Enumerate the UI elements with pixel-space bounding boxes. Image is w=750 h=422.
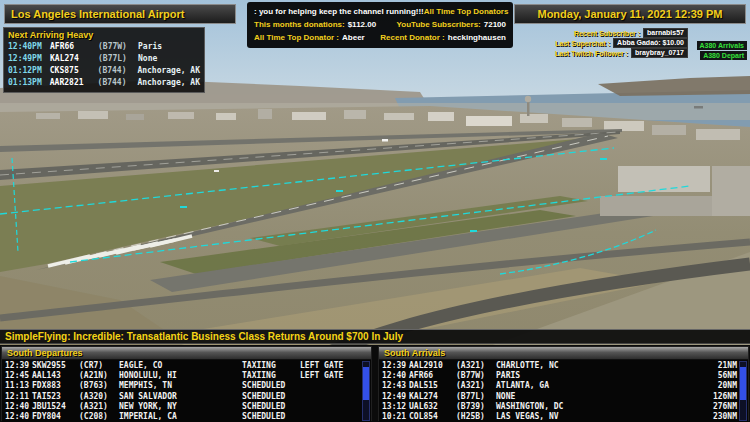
top-donators-heading: All Time Top Donators bbox=[424, 5, 509, 18]
callsign-cell: JBU1524 bbox=[32, 402, 79, 412]
a380-arrivals-badge: A380 Arrivals bbox=[697, 41, 748, 50]
recent-subscriber-value: barnabis57 bbox=[643, 28, 688, 38]
callsign-cell: KAL274 bbox=[50, 53, 98, 65]
callsign-cell: AAL143 bbox=[32, 371, 79, 381]
table-row: 10:21COL854(H25B)LAS VEGAS, NV230NM bbox=[382, 412, 737, 422]
city-cell: NONE bbox=[496, 392, 693, 402]
status-cell: SCHEDULED bbox=[242, 402, 300, 412]
departures-scrollbar-thumb[interactable] bbox=[363, 367, 369, 401]
callsign-cell: AAR2821 bbox=[50, 77, 98, 89]
callsign-cell: SKW2955 bbox=[32, 361, 79, 371]
month-donations-label: This months donations: bbox=[254, 18, 345, 31]
airport-title-box: Los Angeles International Airport bbox=[4, 4, 236, 24]
last-superchat-value: Abba Gadaó: $10.00 bbox=[613, 38, 688, 48]
type-cell: (C208) bbox=[79, 412, 119, 422]
next-heavy-title: Next Arriving Heavy bbox=[8, 30, 200, 40]
city-cell: LAS VEGAS, NV bbox=[496, 412, 693, 422]
table-row: 11:13FDX883(B763)MEMPHIS, TNSCHEDULED bbox=[5, 381, 360, 391]
type-cell: (B77W) bbox=[98, 41, 138, 53]
type-cell: (B77W) bbox=[456, 371, 496, 381]
departures-header: South Departures bbox=[2, 347, 371, 360]
gate-cell: LEFT GATE bbox=[300, 371, 360, 381]
time-cell: 12:49PM bbox=[8, 53, 50, 65]
table-row: 12:40PMAFR66(B77W)Paris bbox=[8, 41, 200, 53]
ticker-text: SimpleFlying: Incredible: Transatlantic … bbox=[5, 331, 403, 342]
top-donator-label: All Time Top Donator : bbox=[254, 31, 339, 44]
type-cell: (A321) bbox=[79, 402, 119, 412]
status-cell: SCHEDULED bbox=[242, 381, 300, 391]
datetime-box: Monday, January 11, 2021 12:39 PM bbox=[514, 4, 746, 24]
type-cell: (B739) bbox=[456, 402, 496, 412]
departures-title: South Departures bbox=[7, 348, 83, 358]
type-cell: (CR7) bbox=[79, 361, 119, 371]
time-cell: 13:12 bbox=[382, 402, 409, 412]
callsign-cell: CKS875 bbox=[50, 65, 98, 77]
gate-cell bbox=[300, 412, 360, 422]
table-row: 12:49KAL274(B77L)NONE126NM bbox=[382, 392, 737, 402]
last-superchat-label: Last Superchat : bbox=[555, 40, 610, 47]
callsign-cell: COL854 bbox=[409, 412, 456, 422]
callsign-cell: AFR66 bbox=[409, 371, 456, 381]
city-cell: Anchorage, AK bbox=[137, 77, 200, 89]
city-cell: ATLANTA, GA bbox=[496, 381, 693, 391]
departures-scrollbar[interactable] bbox=[362, 361, 370, 421]
time-cell: 12:11 bbox=[5, 392, 32, 402]
city-cell: Paris bbox=[138, 41, 200, 53]
gate-cell bbox=[300, 392, 360, 402]
datetime-text: Monday, January 11, 2021 12:39 PM bbox=[537, 8, 722, 20]
time-cell: 12:45 bbox=[5, 371, 32, 381]
city-cell: Anchorage, AK bbox=[137, 65, 200, 77]
arrivals-scrollbar-thumb[interactable] bbox=[740, 367, 746, 401]
city-cell: EAGLE, CO bbox=[119, 361, 242, 371]
recent-donator-value: heckinghausen bbox=[448, 31, 506, 44]
time-cell: 12:40 bbox=[5, 412, 32, 422]
time-cell: 10:21 bbox=[382, 412, 409, 422]
distance-cell: 56NM bbox=[693, 371, 737, 381]
city-cell: PARIS bbox=[496, 371, 693, 381]
type-cell: (B77L) bbox=[98, 53, 138, 65]
donation-line-3: All Time Top Donator : Abeer Recent Dona… bbox=[254, 31, 506, 44]
type-cell: (A321) bbox=[456, 361, 496, 371]
time-cell: 12:49 bbox=[382, 392, 409, 402]
type-cell: (B763) bbox=[79, 381, 119, 391]
callsign-cell: AFR66 bbox=[50, 41, 98, 53]
type-cell: (A321) bbox=[456, 381, 496, 391]
news-ticker: SimpleFlying: Incredible: Transatlantic … bbox=[0, 329, 750, 344]
time-cell: 01:13PM bbox=[8, 77, 50, 89]
recent-subscriber-row: Recent Subscriber : barnabis57 bbox=[574, 28, 688, 38]
a380-badges: A380 Arrivals A380 Depart bbox=[697, 41, 748, 60]
time-cell: 12:40 bbox=[382, 371, 409, 381]
recent-donator-label: Recent Donator : bbox=[380, 31, 444, 44]
table-row: 12:43DAL515(A321)ATLANTA, GA20NM bbox=[382, 381, 737, 391]
gate-cell bbox=[300, 402, 360, 412]
time-cell: 12:40 bbox=[5, 402, 32, 412]
arrivals-header: South Arrivals bbox=[379, 347, 748, 360]
departures-body: 12:39SKW2955(CR7)EAGLE, COTAXIINGLEFT GA… bbox=[2, 360, 371, 422]
table-row: 12:39AAL2910(A321)CHARLOTTE, NC21NM bbox=[382, 361, 737, 371]
top-donator-value: Abeer bbox=[342, 31, 365, 44]
subscribers-value: 72100 bbox=[484, 18, 506, 31]
distance-cell: 276NM bbox=[693, 402, 737, 412]
callsign-cell: DAL515 bbox=[409, 381, 456, 391]
city-cell: IMPERIAL, CA bbox=[119, 412, 242, 422]
callsign-cell: FDY804 bbox=[32, 412, 79, 422]
last-superchat-row: Last Superchat : Abba Gadaó: $10.00 bbox=[555, 38, 688, 48]
time-cell: 01:12PM bbox=[8, 65, 50, 77]
recent-subscriber-label: Recent Subscriber : bbox=[574, 30, 640, 37]
table-row: 12:40FDY804(C208)IMPERIAL, CASCHEDULED bbox=[5, 412, 360, 422]
arrivals-scrollbar[interactable] bbox=[739, 361, 747, 421]
arrivals-title: South Arrivals bbox=[384, 348, 445, 358]
callsign-cell: AAL2910 bbox=[409, 361, 456, 371]
warehouses bbox=[600, 166, 750, 216]
donation-panel: : you for helping keep the channel runni… bbox=[247, 2, 513, 48]
type-cell: (A21N) bbox=[79, 371, 119, 381]
subscribers-label: YouTube Subscribers: bbox=[397, 18, 481, 31]
distance-cell: 230NM bbox=[693, 412, 737, 422]
city-cell: CHARLOTTE, NC bbox=[496, 361, 693, 371]
time-cell: 12:39 bbox=[5, 361, 32, 371]
callsign-cell: FDX883 bbox=[32, 381, 79, 391]
table-row: 01:13PMAAR2821(B744)Anchorage, AK bbox=[8, 77, 200, 89]
table-row: 01:12PMCKS875(B744)Anchorage, AK bbox=[8, 65, 200, 77]
distance-cell: 21NM bbox=[693, 361, 737, 371]
type-cell: (B77L) bbox=[456, 392, 496, 402]
